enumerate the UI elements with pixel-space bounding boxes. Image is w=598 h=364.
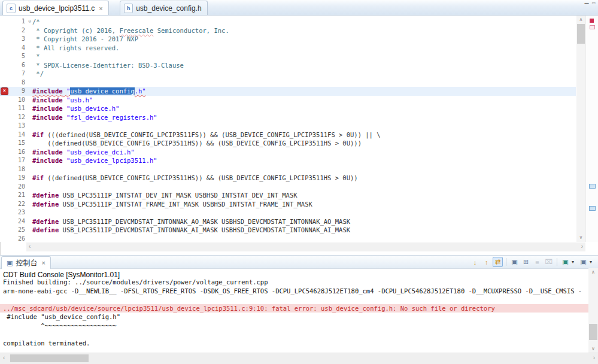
console-horizontal-scrollbar[interactable]: ‹ › xyxy=(0,353,598,364)
console-vertical-scrollbar[interactable]: ∧ ∨ xyxy=(588,268,598,353)
code-line-13[interactable]: 13 xyxy=(0,122,576,131)
line-number: 24 xyxy=(8,217,29,226)
annotation-margin xyxy=(0,217,8,226)
c-file-icon: c xyxy=(7,4,16,13)
annotation-margin xyxy=(0,104,8,113)
annotation-margin xyxy=(0,131,8,139)
scroll-left-arrow-icon[interactable]: ‹ xyxy=(29,243,31,250)
annotation-margin xyxy=(0,226,8,235)
code-line-20[interactable]: 20 xyxy=(0,183,576,192)
line-number: 14 xyxy=(8,131,29,139)
tab-usb-device-lpcip3511-c[interactable]: cusb_device_lpcip3511.c× xyxy=(2,1,109,15)
code-line-2[interactable]: 2 * Copyright (c) 2016, Freescale Semico… xyxy=(0,26,576,35)
code-text: #include "usb.h" xyxy=(29,96,576,105)
fold-collapse-icon[interactable]: ⊖ xyxy=(28,17,31,26)
line-number: 1⊖ xyxy=(8,17,29,26)
line-number: 5 xyxy=(8,52,29,61)
tab-close-icon[interactable]: × xyxy=(99,5,102,12)
code-line-22[interactable]: 22#define USB_LPC3511IP_INTSTAT_FRAME_IN… xyxy=(0,200,576,209)
code-line-6[interactable]: 6 * SPDX-License-Identifier: BSD-3-Claus… xyxy=(0,61,576,70)
annotation-margin xyxy=(0,61,8,70)
code-line-18[interactable]: 18 xyxy=(0,165,576,174)
editor-horizontal-scrollbar[interactable]: ‹ › xyxy=(26,242,585,251)
line-number: 20 xyxy=(8,183,29,192)
code-line-24[interactable]: 24#define USB_LPC3511IP_DEVCMDSTAT_INTON… xyxy=(0,217,576,226)
code-line-19[interactable]: 19#if ((defined(USB_DEVICE_CONFIG_LPCIP3… xyxy=(0,174,576,183)
console-vscroll-thumb[interactable] xyxy=(589,324,597,340)
tab-console[interactable]: ▣ 控制台 × xyxy=(1,256,51,269)
console-toolbar: ↓↑⇄▣⊞≡⌧▣▾▣▾ xyxy=(470,256,595,268)
tab-usb-device-config-h[interactable]: husb_device_config.h xyxy=(120,1,207,15)
code-line-17[interactable]: 17#include "usb_device_lpcip3511.h" xyxy=(0,156,576,165)
annotation-margin xyxy=(0,174,8,183)
maximize-icon[interactable]: ▭ xyxy=(591,1,596,5)
line-number: 11 xyxy=(8,104,29,113)
console-tab-label: 控制台 xyxy=(16,258,37,268)
code-line-10[interactable]: 10#include "usb.h" xyxy=(0,96,576,105)
tab-label: usb_device_config.h xyxy=(136,4,201,13)
editor-vscroll-thumb[interactable] xyxy=(577,24,585,44)
code-text xyxy=(29,208,576,217)
toolbar-separator xyxy=(557,258,557,266)
line-number: 19 xyxy=(8,174,29,183)
line-number: 25 xyxy=(8,226,29,235)
code-line-3[interactable]: 3 * Copyright 2016 - 2017 NXP xyxy=(0,35,576,44)
code-text: * Copyright 2016 - 2017 NXP xyxy=(29,35,576,44)
console-line: #include "usb_device_config.h" xyxy=(3,313,588,321)
editor-vertical-scrollbar[interactable]: ∧ ∨ xyxy=(576,16,585,242)
previous-error-button-icon[interactable]: ↑ xyxy=(481,257,491,267)
code-text: #include "usb_device_config.h" xyxy=(29,87,576,96)
word-wrap-button-icon[interactable]: ≡ xyxy=(532,257,542,267)
code-text: #include "fsl_device_registers.h" xyxy=(29,113,576,122)
scroll-right-arrow-icon[interactable]: › xyxy=(593,354,595,361)
scroll-up-arrow-icon[interactable]: ∧ xyxy=(576,16,585,23)
line-number: 6 xyxy=(8,61,29,70)
code-line-26[interactable]: 26 xyxy=(0,235,576,242)
line-number: 12 xyxy=(8,113,29,122)
clear-console-button-icon[interactable]: ⌧ xyxy=(544,257,554,267)
code-line-21[interactable]: 21#define USB_LPC3511IP_INTSTAT_DEV_INT_… xyxy=(0,191,576,200)
minimize-icon[interactable]: ▬ xyxy=(584,1,588,5)
code-line-5[interactable]: 5 * xyxy=(0,52,576,61)
code-line-1[interactable]: 1⊖/* xyxy=(0,17,576,26)
scroll-up-arrow-icon[interactable]: ∧ xyxy=(588,269,598,276)
scroll-down-arrow-icon[interactable]: ∨ xyxy=(576,234,585,241)
code-line-4[interactable]: 4 * All rights reserved. xyxy=(0,44,576,53)
occurrence-overview-marker[interactable] xyxy=(589,184,596,189)
error-marker-icon[interactable]: × xyxy=(1,87,8,95)
code-line-7[interactable]: 7 */ xyxy=(0,69,576,78)
scroll-down-arrow-icon[interactable]: ∨ xyxy=(588,345,598,353)
code-line-14[interactable]: 14#if (((defined(USB_DEVICE_CONFIG_LPCIP… xyxy=(0,131,576,139)
code-text xyxy=(29,78,576,87)
code-area[interactable]: 1⊖/*2 * Copyright (c) 2016, Freescale Se… xyxy=(0,16,576,242)
open-console-button-icon[interactable]: ▣ xyxy=(578,257,588,267)
code-line-15[interactable]: 15 ((defined(USB_DEVICE_CONFIG_LPCIP3511… xyxy=(0,139,576,148)
display-selected-console-button-icon[interactable]: ▣ xyxy=(560,257,570,267)
scroll-right-arrow-icon[interactable]: › xyxy=(581,243,583,250)
show-error-in-editor-toggle-icon[interactable]: ⇄ xyxy=(493,257,503,267)
open-console-menu[interactable]: ▾ xyxy=(590,259,595,265)
error-overview-marker[interactable] xyxy=(590,19,594,23)
console-hscroll-thumb[interactable] xyxy=(10,354,89,362)
next-error-button-icon[interactable]: ↓ xyxy=(470,257,480,267)
display-selected-console-menu[interactable]: ▾ xyxy=(572,259,577,265)
pin-console-button-icon[interactable]: ▣ xyxy=(509,257,520,267)
code-line-11[interactable]: 11#include "usb_device.h" xyxy=(0,104,576,113)
console-line: ^~~~~~~~~~~~~~~~~~~~ xyxy=(3,321,588,330)
line-number: 18 xyxy=(8,165,29,174)
console-output[interactable]: Finished building: ../source/modules/dri… xyxy=(0,278,588,353)
editor-tab-bar: ▬ ▭ cusb_device_lpcip3511.c×husb_device_… xyxy=(0,0,598,16)
scroll-left-arrow-icon[interactable]: ‹ xyxy=(3,354,5,361)
console-tab-close-icon[interactable]: × xyxy=(41,259,45,266)
code-line-25[interactable]: 25#define USB_LPC3511IP_DEVCMDSTAT_INTON… xyxy=(0,226,576,235)
code-line-8[interactable]: 8 xyxy=(0,78,576,87)
warning-overview-marker[interactable] xyxy=(590,25,595,29)
code-text: * Copyright (c) 2016, Freescale Semicond… xyxy=(29,26,576,35)
code-line-16[interactable]: 16#include "usb_device_dci.h" xyxy=(0,148,576,157)
code-line-12[interactable]: 12#include "fsl_device_registers.h" xyxy=(0,113,576,122)
code-line-9[interactable]: ×9#include "usb_device_config.h" xyxy=(0,87,576,96)
occurrence-overview-marker[interactable] xyxy=(589,206,596,211)
code-line-23[interactable]: 23 xyxy=(0,208,576,217)
scroll-lock-button-icon[interactable]: ⊞ xyxy=(521,257,531,267)
overview-ruler[interactable] xyxy=(585,16,598,242)
